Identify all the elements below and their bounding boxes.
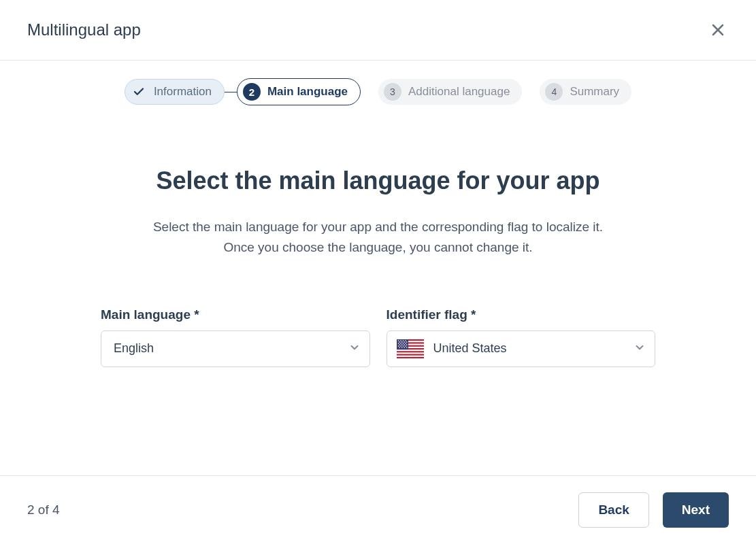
svg-point-32 [404, 347, 405, 348]
svg-point-12 [402, 340, 404, 341]
step-summary[interactable]: 4 Summary [540, 79, 631, 105]
svg-point-11 [400, 340, 401, 341]
identifier-flag-select[interactable]: United States [387, 330, 656, 367]
step-label: Additional language [408, 85, 510, 99]
svg-point-25 [406, 344, 407, 345]
footer-buttons: Back Next [578, 492, 729, 528]
identifier-flag-label: Identifier flag * [387, 307, 656, 322]
svg-point-20 [402, 343, 404, 344]
modal-footer: 2 of 4 Back Next [0, 475, 756, 544]
svg-point-26 [397, 345, 399, 347]
main-language-value: English [114, 341, 154, 356]
svg-point-31 [401, 347, 402, 348]
step-indicator: 2 of 4 [27, 503, 60, 517]
svg-point-29 [405, 345, 406, 347]
identifier-flag-group: Identifier flag * [387, 307, 656, 367]
main-language-select[interactable]: English [101, 330, 370, 367]
svg-point-18 [397, 343, 399, 344]
step-additional-language[interactable]: 3 Additional language [378, 79, 522, 105]
close-button[interactable] [707, 19, 729, 41]
svg-point-14 [399, 341, 400, 343]
back-button[interactable]: Back [578, 492, 648, 528]
step-connector [225, 92, 237, 92]
form-row: Main language * English Identifier flag … [101, 307, 655, 367]
step-number: 3 [384, 83, 401, 101]
modal-header: Multilingual app [0, 0, 756, 61]
step-number: 2 [243, 83, 261, 101]
svg-point-15 [401, 341, 402, 343]
check-icon [131, 84, 147, 100]
step-information[interactable]: Information [125, 79, 225, 105]
svg-point-17 [406, 341, 407, 343]
svg-point-33 [406, 347, 407, 348]
svg-rect-7 [397, 352, 424, 354]
svg-rect-6 [397, 350, 424, 351]
svg-rect-8 [397, 355, 424, 356]
svg-point-27 [400, 345, 401, 347]
svg-point-16 [404, 341, 405, 343]
main-language-select-wrapper: English [101, 330, 370, 367]
svg-point-10 [397, 340, 399, 341]
svg-point-24 [404, 344, 405, 345]
identifier-flag-value: United States [433, 341, 507, 356]
step-label: Main language [267, 85, 348, 99]
page-heading: Select the main language for your app [101, 167, 655, 195]
svg-point-22 [399, 344, 400, 345]
identifier-flag-select-wrapper: United States [387, 330, 656, 367]
page-subtitle: Select the main language for your app an… [101, 217, 655, 258]
us-flag-icon [397, 339, 424, 358]
next-button[interactable]: Next [663, 492, 729, 528]
svg-point-23 [401, 344, 402, 345]
svg-point-28 [402, 345, 404, 347]
modal-body: Select the main language for your app Se… [0, 119, 756, 475]
svg-point-13 [405, 340, 406, 341]
step-label: Summary [570, 85, 619, 99]
step-number: 4 [545, 83, 563, 101]
svg-point-30 [399, 347, 400, 348]
modal-title: Multilingual app [27, 20, 141, 39]
close-icon [710, 22, 726, 38]
main-language-label: Main language * [101, 307, 370, 322]
step-label: Information [154, 85, 212, 99]
step-main-language[interactable]: 2 Main language [237, 78, 361, 105]
stepper: Information 2 Main language 3 Additional… [0, 61, 756, 119]
main-language-group: Main language * English [101, 307, 370, 367]
svg-point-21 [405, 343, 406, 344]
svg-point-19 [400, 343, 401, 344]
